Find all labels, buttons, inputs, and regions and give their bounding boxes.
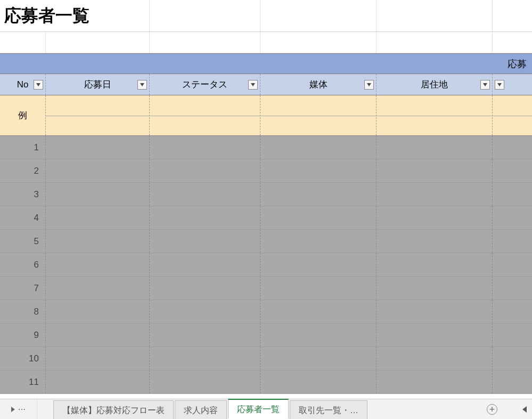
data-cell[interactable]: [150, 370, 260, 393]
col-header-status[interactable]: ステータス: [150, 74, 260, 95]
data-cell[interactable]: [150, 136, 260, 159]
row-number-cell[interactable]: 11: [0, 370, 46, 393]
table-row[interactable]: 8: [0, 300, 532, 324]
table-row[interactable]: 4: [0, 206, 532, 230]
table-row[interactable]: 2: [0, 159, 532, 183]
tab-nav[interactable]: ⋯: [0, 399, 37, 419]
data-cell[interactable]: [150, 206, 260, 229]
data-cell[interactable]: [150, 277, 260, 300]
sheet-tab[interactable]: 求人内容: [175, 400, 227, 419]
data-cell[interactable]: [377, 347, 493, 370]
data-cell[interactable]: [260, 300, 377, 323]
data-cell[interactable]: [260, 136, 377, 159]
data-cell[interactable]: [46, 253, 150, 276]
data-cell[interactable]: [46, 324, 150, 347]
data-cell[interactable]: [46, 136, 150, 159]
data-cell[interactable]: [377, 183, 493, 206]
data-cell[interactable]: [150, 347, 260, 370]
data-cell[interactable]: [46, 300, 150, 323]
row-number-cell[interactable]: 4: [0, 206, 46, 229]
data-cell[interactable]: [150, 183, 260, 206]
data-cell[interactable]: [260, 159, 377, 182]
data-cell[interactable]: [46, 347, 150, 370]
sheet-tab[interactable]: 応募者一覧: [228, 399, 289, 419]
table-row[interactable]: 1: [0, 136, 532, 159]
row-number-cell[interactable]: 5: [0, 230, 46, 253]
data-cell[interactable]: [150, 324, 260, 347]
data-cell[interactable]: [260, 347, 377, 370]
table-row[interactable]: 6: [0, 253, 532, 277]
filter-button-residence[interactable]: [480, 80, 490, 90]
col-header-media[interactable]: 媒体: [260, 74, 377, 95]
data-cell[interactable]: [493, 253, 532, 276]
col-header-date[interactable]: 応募日: [46, 74, 150, 95]
filter-button-no[interactable]: [34, 80, 43, 90]
data-cell[interactable]: [493, 324, 532, 347]
data-cell[interactable]: [493, 159, 532, 182]
data-cell[interactable]: [493, 277, 532, 300]
row-number-cell[interactable]: 7: [0, 277, 46, 300]
row-number-cell[interactable]: 6: [0, 253, 46, 276]
data-cell[interactable]: [46, 159, 150, 182]
add-sheet-button[interactable]: +: [484, 399, 500, 419]
data-cell[interactable]: [260, 230, 377, 253]
data-cell[interactable]: [260, 277, 377, 300]
data-cell[interactable]: [493, 347, 532, 370]
data-cell[interactable]: [150, 230, 260, 253]
data-cell[interactable]: [46, 206, 150, 229]
table-row[interactable]: 10: [0, 347, 532, 370]
data-cell[interactable]: [150, 253, 260, 276]
data-cell[interactable]: [150, 159, 260, 182]
data-cell[interactable]: [377, 230, 493, 253]
data-cell[interactable]: [150, 300, 260, 323]
filter-button-media[interactable]: [364, 80, 374, 90]
sheet-tab[interactable]: 取引先一覧・…: [290, 400, 367, 419]
data-cell[interactable]: [493, 370, 532, 393]
data-cell[interactable]: [377, 277, 493, 300]
col-header-residence[interactable]: 居住地: [377, 74, 493, 95]
table-row[interactable]: 3: [0, 183, 532, 206]
data-cell[interactable]: [260, 370, 377, 393]
data-cell[interactable]: [377, 300, 493, 323]
data-cell[interactable]: [377, 370, 493, 393]
data-cell[interactable]: [493, 183, 532, 206]
data-cell[interactable]: [377, 253, 493, 276]
table-row[interactable]: 11: [0, 370, 532, 394]
col-header-no[interactable]: No: [0, 74, 46, 95]
filter-button-date[interactable]: [137, 80, 147, 90]
example-cell[interactable]: [150, 95, 260, 135]
data-cell[interactable]: [377, 136, 493, 159]
row-number-cell[interactable]: 2: [0, 159, 46, 182]
example-no-cell[interactable]: 例: [0, 95, 46, 135]
data-cell[interactable]: [260, 324, 377, 347]
filter-button-extra[interactable]: [495, 80, 504, 90]
data-cell[interactable]: [493, 136, 532, 159]
filter-button-status[interactable]: [248, 80, 258, 90]
sheet-tab[interactable]: 【媒体】応募対応フロー表: [53, 400, 174, 419]
data-cell[interactable]: [46, 370, 150, 393]
col-header-extra[interactable]: [493, 74, 532, 95]
table-row[interactable]: 7: [0, 277, 532, 300]
data-cell[interactable]: [377, 159, 493, 182]
data-cell[interactable]: [260, 206, 377, 229]
data-cell[interactable]: [377, 324, 493, 347]
row-number-cell[interactable]: 9: [0, 324, 46, 347]
row-number-cell[interactable]: 10: [0, 347, 46, 370]
example-cell[interactable]: [377, 95, 493, 135]
example-row[interactable]: 例: [0, 95, 532, 136]
data-cell[interactable]: [260, 183, 377, 206]
data-cell[interactable]: [46, 230, 150, 253]
row-number-cell[interactable]: 1: [0, 136, 46, 159]
data-cell[interactable]: [46, 277, 150, 300]
row-number-cell[interactable]: 3: [0, 183, 46, 206]
example-cell[interactable]: [493, 95, 532, 135]
data-cell[interactable]: [260, 253, 377, 276]
example-cell[interactable]: [46, 95, 150, 135]
data-cell[interactable]: [493, 206, 532, 229]
hscroll-left-button[interactable]: [500, 399, 532, 419]
data-cell[interactable]: [493, 300, 532, 323]
row-number-cell[interactable]: 8: [0, 300, 46, 323]
table-row[interactable]: 5: [0, 230, 532, 253]
table-row[interactable]: 9: [0, 324, 532, 347]
example-cell[interactable]: [260, 95, 377, 135]
